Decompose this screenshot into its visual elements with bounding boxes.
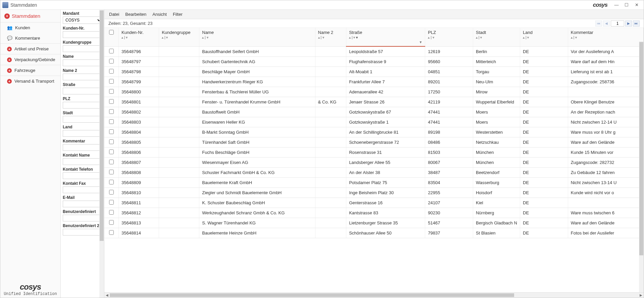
table-row[interactable]: 35648809Bauelemente Kraft GmbHPotsdamer … <box>104 177 644 187</box>
cell-check[interactable] <box>104 67 119 77</box>
cell-check[interactable] <box>104 177 119 187</box>
sort-icon[interactable]: ▴ | ▾ <box>476 36 517 39</box>
filter-input[interactable] <box>63 215 102 221</box>
filter-input[interactable] <box>63 186 102 193</box>
sort-icon[interactable]: ▴ | ▾ <box>571 36 641 39</box>
cell-check[interactable] <box>104 187 119 198</box>
filter-input[interactable] <box>63 130 102 137</box>
table-row[interactable]: 35648803Eisenwaren Heller KGGotzkowskyst… <box>104 117 644 127</box>
filter-input[interactable] <box>63 74 102 80</box>
cell-check[interactable] <box>104 87 119 97</box>
table-row[interactable]: 35648814Bauelemente Heinze GmbHSchönhaus… <box>104 228 644 238</box>
row-checkbox[interactable] <box>109 230 114 235</box>
cell-check[interactable] <box>104 218 119 228</box>
sidebar-item-kunden[interactable]: 👥 Kunden <box>0 23 60 33</box>
table-row[interactable]: 35648811K. Schuster Baubeschlag GmbHGent… <box>104 198 644 208</box>
row-checkbox[interactable] <box>109 109 114 114</box>
cell-check[interactable] <box>104 228 119 238</box>
filter-scrollbar[interactable] <box>99 10 104 298</box>
sort-icon[interactable]: ▴ | ▾ <box>202 36 312 39</box>
row-checkbox[interactable] <box>109 200 114 205</box>
row-checkbox[interactable] <box>109 150 114 154</box>
table-horizontal-scrollbar[interactable]: ◀ ▶ <box>104 292 644 298</box>
sidebar-item-verpackung[interactable]: + Verpackung/Gebinde <box>0 54 60 65</box>
sort-icon[interactable]: ▴ | ▾ <box>318 36 344 39</box>
table-row[interactable]: 35648797Schubert Gartentechnik AGFlughaf… <box>104 56 644 67</box>
row-checkbox[interactable] <box>109 79 114 84</box>
table-row[interactable]: 35648804B-Markt Sonntag GmbHAn der Schil… <box>104 127 644 137</box>
sidebar-header[interactable]: + Stammdaten <box>0 10 60 22</box>
pager-last-button[interactable]: ⏭ <box>633 20 640 27</box>
sort-icon[interactable]: ▴ | ▾ <box>349 36 422 39</box>
row-checkbox[interactable] <box>109 69 114 74</box>
table-row[interactable]: 35648798Beschläge Mayer GmbHAlt-Moabit 1… <box>104 67 644 77</box>
filter-input[interactable] <box>63 172 102 179</box>
scroll-right-icon[interactable]: ▶ <box>638 293 644 298</box>
table-row[interactable]: 35648812Werkzeughandel Schranz Gmbh & Co… <box>104 208 644 218</box>
row-checkbox[interactable] <box>109 220 114 225</box>
sidebar-item-kommentare[interactable]: 💬 Kommentare <box>0 33 60 43</box>
pager-next-button[interactable]: ▶ <box>625 20 632 27</box>
cell-check[interactable] <box>104 107 119 117</box>
row-checkbox[interactable] <box>109 160 114 164</box>
filter-input[interactable] <box>63 59 102 66</box>
table-row[interactable]: 35648801Fenster- u. Türenhandel Krumme G… <box>104 97 644 107</box>
row-checkbox[interactable] <box>109 59 114 63</box>
column-header-city[interactable]: Stadt▴ | ▾ <box>473 28 520 46</box>
mandant-select[interactable]: COSYS <box>63 16 102 24</box>
row-checkbox[interactable] <box>109 99 114 104</box>
filter-input[interactable] <box>63 116 102 123</box>
select-all-checkbox[interactable] <box>109 30 114 35</box>
row-checkbox[interactable] <box>109 170 114 174</box>
table-row[interactable]: 35648806Fuchs Beschläge GmbHRosenstrasse… <box>104 147 644 157</box>
filter-input[interactable] <box>63 88 102 94</box>
filter-input[interactable] <box>63 31 102 38</box>
column-header-plz[interactable]: PLZ▴ | ▾ <box>425 28 473 46</box>
row-checkbox[interactable] <box>109 180 114 184</box>
column-header-check[interactable] <box>104 28 119 46</box>
row-checkbox[interactable] <box>109 49 114 53</box>
cell-check[interactable] <box>104 137 119 147</box>
maximize-button[interactable]: ☐ <box>622 1 632 9</box>
cell-check[interactable] <box>104 127 119 137</box>
filter-input[interactable] <box>63 45 102 52</box>
column-header-street[interactable]: Straße▴ | ▾▼ <box>346 28 425 46</box>
minimize-button[interactable]: — <box>611 1 622 9</box>
table-row[interactable]: 35648810Ziegler und Schmidt Bauelemente … <box>104 187 644 198</box>
cell-check[interactable] <box>104 97 119 107</box>
table-vertical-scrollbar[interactable] <box>639 41 644 292</box>
filter-input[interactable] <box>63 144 102 151</box>
menu-filter[interactable]: Filter <box>173 12 183 17</box>
table-row[interactable]: 35648802Baustoffwelt GmbHGotzkowskystraß… <box>104 107 644 117</box>
table-row[interactable]: 35648799Handwerkerzentrum Rieger KGFrank… <box>104 77 644 87</box>
sidebar-item-fahrzeuge[interactable]: + Fahrzeuge <box>0 65 60 76</box>
table-row[interactable]: 35648807Wiesenmayer Eisen AGLandsberger … <box>104 157 644 167</box>
sidebar-item-artikel[interactable]: + Artikel und Preise <box>0 44 60 54</box>
sort-icon[interactable]: ▴ | ▾ <box>121 36 156 39</box>
cell-check[interactable] <box>104 157 119 167</box>
menu-datei[interactable]: Datei <box>109 12 119 17</box>
pager-first-button[interactable]: ⏮ <box>595 20 602 27</box>
filter-input[interactable] <box>63 158 102 165</box>
column-header-name[interactable]: Name▴ | ▾ <box>199 28 315 46</box>
column-header-nr[interactable]: Kunden-Nr.▴ | ▾ <box>119 28 159 46</box>
column-header-land[interactable]: Land▴ | ▾ <box>520 28 568 46</box>
row-checkbox[interactable] <box>109 210 114 215</box>
column-header-name2[interactable]: Name 2▴ | ▾ <box>315 28 346 46</box>
cell-check[interactable] <box>104 56 119 67</box>
cell-check[interactable] <box>104 117 119 127</box>
sort-icon[interactable]: ▴ | ▾ <box>428 36 470 39</box>
menu-ansicht[interactable]: Ansicht <box>152 12 167 17</box>
row-checkbox[interactable] <box>109 139 114 144</box>
filter-input[interactable] <box>63 201 102 207</box>
table-row[interactable]: 35648805Türenhandel Saft GmbHSchoeneberg… <box>104 137 644 147</box>
cell-check[interactable] <box>104 167 119 177</box>
scroll-left-icon[interactable]: ◀ <box>104 293 110 298</box>
table-row[interactable]: 35648808Schuster Fachmarkt GmbH & Co. KG… <box>104 167 644 177</box>
pager-prev-button[interactable]: ◀ <box>603 20 610 27</box>
column-header-group[interactable]: Kundengruppe▴ | ▾ <box>159 28 199 46</box>
cell-check[interactable] <box>104 77 119 87</box>
pager-page-input[interactable] <box>611 20 624 27</box>
cell-check[interactable] <box>104 198 119 208</box>
table-row[interactable]: 35648800Fensterbau & Tischlerei Müller U… <box>104 87 644 97</box>
